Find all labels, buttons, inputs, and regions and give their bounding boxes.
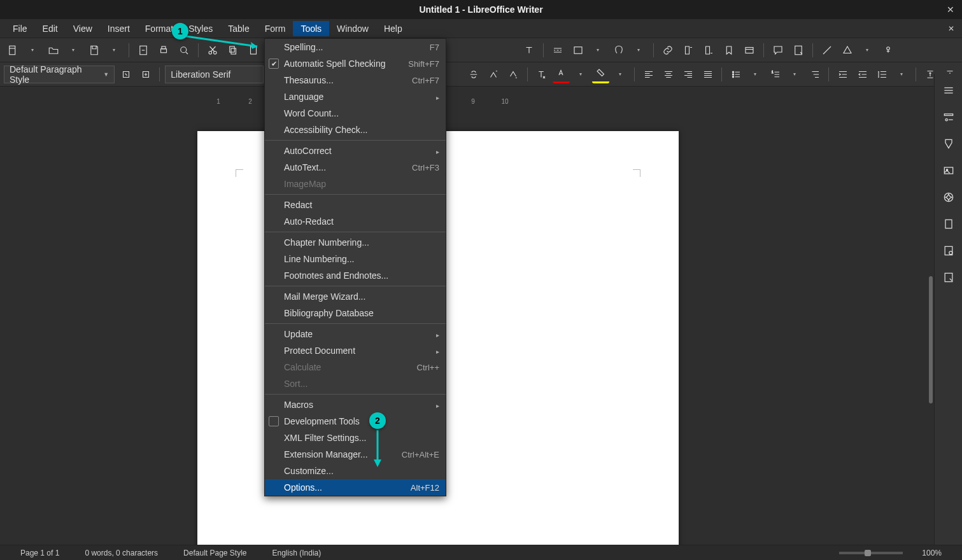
endnote-icon[interactable]	[700, 41, 718, 59]
bookmark-icon[interactable]	[720, 41, 738, 59]
new-style-icon[interactable]	[137, 66, 154, 83]
decrease-indent-icon[interactable]	[854, 66, 871, 83]
print-icon[interactable]	[155, 41, 173, 59]
status-page[interactable]: Page 1 of 1	[8, 549, 72, 557]
menu-item-line-numbering[interactable]: Line Numbering...	[265, 251, 446, 267]
new-doc-dropdown[interactable]	[24, 41, 42, 59]
menu-edit[interactable]: Edit	[35, 21, 66, 36]
menu-item-autotext[interactable]: AutoText...Ctrl+F3	[265, 159, 446, 176]
menu-item-mail-merge-wizard[interactable]: Mail Merge Wizard...	[265, 288, 446, 305]
cross-reference-icon[interactable]	[740, 41, 758, 59]
align-justify-icon[interactable]	[699, 66, 716, 83]
menu-item-customize[interactable]: Customize...	[265, 463, 446, 479]
document-close-icon[interactable]: ✕	[948, 24, 954, 33]
clear-formatting-icon[interactable]	[533, 66, 550, 83]
menu-tools[interactable]: Tools	[293, 21, 329, 36]
numbered-list-dropdown[interactable]	[786, 66, 803, 83]
status-page-style[interactable]: Default Page Style	[171, 549, 259, 557]
textbox-icon[interactable]	[520, 41, 538, 59]
menu-item-footnotes-and-endnotes[interactable]: Footnotes and Endnotes...	[265, 267, 446, 284]
menu-item-auto-redact[interactable]: Auto-Redact	[265, 213, 446, 230]
font-color-dropdown[interactable]	[572, 66, 590, 83]
menu-view[interactable]: View	[66, 21, 100, 36]
hyperlink-icon[interactable]	[659, 41, 677, 59]
titlebar: Untitled 1 - LibreOffice Writer ✕	[0, 0, 962, 19]
menu-item-macros[interactable]: Macros	[265, 396, 446, 413]
sidebar-manage-changes-icon[interactable]	[940, 269, 958, 286]
sidebar-menu-icon[interactable]	[940, 81, 958, 99]
save-dropdown[interactable]	[106, 41, 124, 59]
align-left-icon[interactable]	[640, 66, 657, 83]
special-char-dropdown[interactable]	[630, 41, 648, 59]
bullet-list-dropdown[interactable]	[747, 66, 764, 83]
status-language[interactable]: English (India)	[260, 549, 334, 557]
align-center-icon[interactable]	[660, 66, 677, 83]
font-name-combo[interactable]: Liberation Serif	[165, 66, 264, 83]
menu-item-word-count[interactable]: Word Count...	[265, 105, 446, 122]
menu-window[interactable]: Window	[329, 21, 376, 36]
bullet-list-icon[interactable]	[727, 66, 744, 83]
increase-indent-icon[interactable]	[834, 66, 851, 83]
paragraph-style-value: Default Paragraph Style	[10, 64, 99, 85]
footnote-icon[interactable]	[679, 41, 697, 59]
open-icon[interactable]	[45, 41, 62, 59]
update-style-icon[interactable]	[117, 66, 134, 83]
line-icon[interactable]	[818, 41, 836, 59]
sidebar-styles-icon[interactable]	[940, 135, 958, 153]
menu-item-thesaurus[interactable]: Thesaurus...Ctrl+F7	[265, 72, 446, 88]
special-char-icon[interactable]	[610, 41, 628, 59]
export-pdf-icon[interactable]	[134, 41, 152, 59]
draw-functions-icon[interactable]	[879, 41, 897, 59]
save-icon[interactable]	[85, 41, 103, 59]
superscript-icon[interactable]	[485, 66, 502, 83]
numbered-list-icon[interactable]: 1	[767, 66, 784, 83]
zoom-slider[interactable]	[839, 552, 903, 554]
menu-item-update[interactable]: Update	[265, 326, 446, 342]
page-break-icon[interactable]	[549, 41, 567, 59]
basic-shapes-dropdown[interactable]	[859, 41, 877, 59]
status-word-count[interactable]: 0 words, 0 characters	[72, 549, 171, 557]
menu-help[interactable]: Help	[376, 21, 410, 36]
menu-file[interactable]: File	[5, 21, 35, 36]
menu-item-language[interactable]: Language	[265, 88, 446, 105]
sidebar-navigator-icon[interactable]	[940, 188, 958, 206]
strikethrough-icon[interactable]	[465, 66, 483, 83]
window-close-icon[interactable]: ✕	[947, 4, 954, 15]
comment-icon[interactable]	[769, 41, 787, 59]
menu-item-automatic-spell-checking[interactable]: ✔Automatic Spell CheckingShift+F7	[265, 55, 446, 72]
basic-shapes-icon[interactable]	[838, 41, 856, 59]
new-doc-icon[interactable]	[4, 41, 22, 59]
insert-field-icon[interactable]	[569, 41, 587, 59]
menu-item-development-tools[interactable]: Development Tools	[265, 413, 446, 430]
highlight-color-icon[interactable]	[592, 66, 609, 83]
menu-item-extension-manager[interactable]: Extension Manager...Ctrl+Alt+E	[265, 446, 446, 463]
sidebar-style-inspector-icon[interactable]	[940, 242, 958, 260]
track-changes-icon[interactable]	[789, 41, 807, 59]
outline-icon[interactable]	[806, 66, 823, 83]
align-right-icon[interactable]	[679, 66, 697, 83]
font-color-icon[interactable]	[553, 66, 570, 83]
highlight-color-dropdown[interactable]	[612, 66, 629, 83]
svg-marker-31	[374, 459, 381, 467]
status-zoom[interactable]: 100%	[909, 549, 954, 557]
vertical-scrollbar[interactable]	[929, 276, 933, 403]
menu-insert[interactable]: Insert	[100, 21, 138, 36]
line-spacing-icon[interactable]	[874, 66, 891, 83]
insert-field-dropdown[interactable]	[590, 41, 607, 59]
menu-item-redact[interactable]: Redact	[265, 197, 446, 213]
menu-item-accessibility-check[interactable]: Accessibility Check...	[265, 122, 446, 138]
paragraph-style-combo[interactable]: Default Paragraph Style ▼	[4, 66, 115, 83]
menu-item-spelling[interactable]: Spelling...F7	[265, 39, 446, 55]
open-dropdown[interactable]	[65, 41, 83, 59]
menu-item-autocorrect[interactable]: AutoCorrect	[265, 143, 446, 159]
sidebar-properties-icon[interactable]	[940, 108, 958, 126]
sidebar-page-icon[interactable]	[940, 215, 958, 233]
menu-item-bibliography-database[interactable]: Bibliography Database	[265, 305, 446, 321]
menu-item-protect-document[interactable]: Protect Document	[265, 342, 446, 359]
sidebar-gallery-icon[interactable]	[940, 162, 958, 179]
menu-item-chapter-numbering[interactable]: Chapter Numbering...	[265, 234, 446, 251]
line-spacing-dropdown[interactable]	[893, 66, 910, 83]
subscript-icon[interactable]	[505, 66, 522, 83]
menu-item-options[interactable]: Options...Alt+F12	[265, 479, 446, 496]
menu-item-xml-filter-settings[interactable]: XML Filter Settings...	[265, 430, 446, 446]
